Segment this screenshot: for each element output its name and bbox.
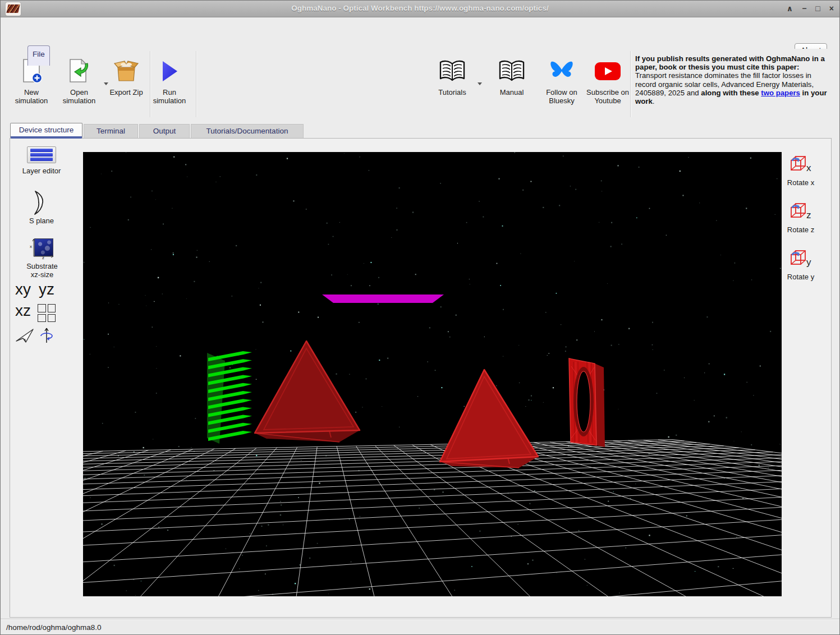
tab-device-structure[interactable]: Device structure <box>10 123 82 139</box>
shade-window-icon[interactable]: ∧ <box>787 3 793 13</box>
maximize-window-icon[interactable]: □ <box>815 3 820 13</box>
run-simulation-button[interactable]: Run simulation <box>152 58 187 105</box>
rotate-z-axis-letter: z <box>806 210 811 221</box>
tutorials-dropdown-caret-icon[interactable] <box>478 82 482 85</box>
open-simulation-label: Open simulation <box>57 88 102 105</box>
bluesky-button[interactable]: Follow on Bluesky <box>538 58 585 105</box>
title-bar[interactable]: OghmaNano - Optical Workbench https://ww… <box>1 1 839 17</box>
citation-period: . <box>653 97 655 105</box>
3d-viewport[interactable] <box>83 152 782 596</box>
citation-notice: If you publish results generated with Og… <box>635 54 829 105</box>
view-yz-button[interactable]: yz <box>39 281 54 298</box>
view-xz-button[interactable]: xz <box>15 302 31 319</box>
paper-plane-icon[interactable] <box>15 328 34 346</box>
manual-label: Manual <box>500 88 524 96</box>
zip-box-icon <box>113 58 139 85</box>
open-book-icon <box>439 58 466 85</box>
rotate-x-axis-letter: x <box>806 163 811 174</box>
tutorials-button[interactable]: Tutorials <box>430 58 475 96</box>
open-document-icon <box>67 58 91 85</box>
tab-terminal[interactable]: Terminal <box>84 124 138 139</box>
tab-file[interactable]: File <box>27 45 50 66</box>
rotate-x-label: Rotate x <box>785 178 816 187</box>
play-icon <box>159 58 180 85</box>
citation-bold-intro: If you publish results generated with Og… <box>635 54 825 71</box>
export-zip-button[interactable]: Export Zip <box>106 58 146 96</box>
two-papers-link[interactable]: two papers <box>761 89 800 97</box>
manual-button[interactable]: Manual <box>489 58 534 96</box>
close-window-icon[interactable]: × <box>829 3 834 13</box>
bluesky-butterfly-icon <box>549 58 575 85</box>
window-title: OghmaNano - Optical Workbench https://ww… <box>1 4 839 12</box>
substrate-xz-icon[interactable]: x z <box>30 237 56 260</box>
plate-with-hole <box>569 358 605 447</box>
tetrahedron-right <box>440 370 538 468</box>
s-plane-label[interactable]: S plane <box>22 217 61 225</box>
tetrahedron-left <box>255 341 360 442</box>
export-zip-label: Export Zip <box>109 88 143 96</box>
youtube-label: Subscribe on Youtube <box>582 88 634 105</box>
rotate-y-axis-letter: y <box>806 257 811 268</box>
rotate-axis-icon[interactable] <box>39 326 54 346</box>
youtube-button[interactable]: Subscribe on Youtube <box>582 58 634 105</box>
status-bar: /home/rod/oghma/oghma8.0 <box>1 619 839 635</box>
wavelength-plane <box>322 295 444 303</box>
citation-bold-mid: along with these <box>701 89 761 97</box>
menu-bar: File Automation Optical Databases Inform… <box>1 17 839 49</box>
open-simulation-button[interactable]: Open simulation <box>57 58 102 105</box>
four-view-grid-icon[interactable] <box>38 304 56 322</box>
s-plane-icon[interactable] <box>33 190 48 217</box>
rotate-z-button[interactable]: z <box>789 202 812 223</box>
view-xy-button[interactable]: xy <box>15 281 31 298</box>
new-simulation-label: New simulation <box>9 88 54 105</box>
zigzag-structure <box>207 351 252 444</box>
working-directory-path: /home/rod/oghma/oghma8.0 <box>6 623 102 632</box>
tutorials-label: Tutorials <box>438 88 466 96</box>
toolbar-separator <box>630 51 631 117</box>
toolbar-separator <box>196 51 196 117</box>
minimize-window-icon[interactable]: − <box>802 3 806 13</box>
tab-tutorials-documentation[interactable]: Tutorials/Documentation <box>191 124 304 139</box>
layer-editor-icon[interactable] <box>27 146 56 163</box>
rotate-x-button[interactable]: x <box>789 155 812 176</box>
rotate-z-label: Rotate z <box>785 226 816 234</box>
youtube-icon <box>594 58 621 85</box>
starfield <box>84 152 781 596</box>
toolbar-separator <box>150 51 150 117</box>
tab-output[interactable]: Output <box>139 124 190 139</box>
rotate-y-button[interactable]: y <box>789 249 812 270</box>
substrate-xz-label[interactable]: Substrate xz-size <box>21 262 63 279</box>
bluesky-label: Follow on Bluesky <box>538 88 585 105</box>
rotate-y-label: Rotate y <box>785 273 816 281</box>
open-book-icon <box>498 58 525 85</box>
wireframe-grid <box>83 440 782 596</box>
run-simulation-label: Run simulation <box>152 88 187 105</box>
toolbar: New simulation Open simulation <box>1 49 839 121</box>
app-window: OghmaNano - Optical Workbench https://ww… <box>0 0 840 635</box>
layer-editor-label[interactable]: Layer editor <box>22 167 61 175</box>
